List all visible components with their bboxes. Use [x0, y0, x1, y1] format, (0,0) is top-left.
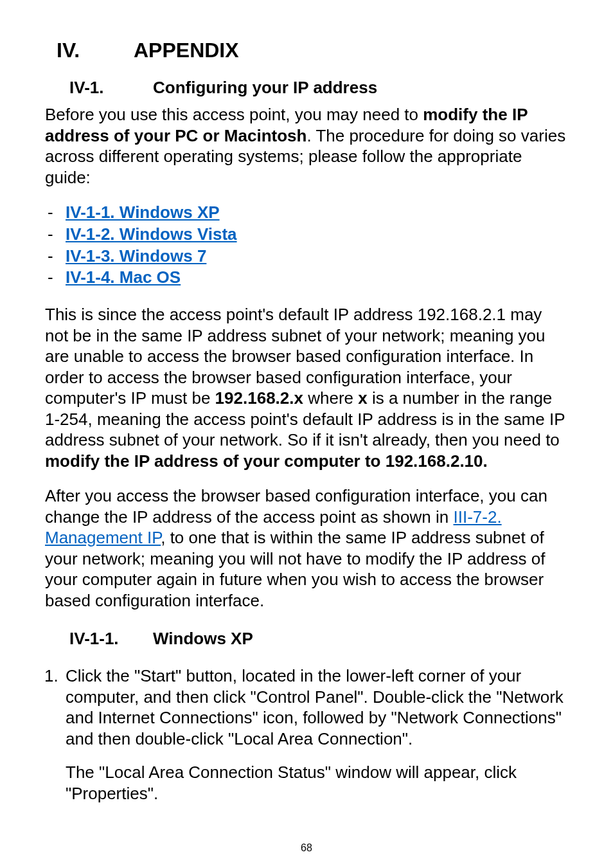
steps-list: Click the "Start" button, located in the… [45, 665, 568, 749]
link-windows-7[interactable]: IV-1-3. Windows 7 [66, 246, 206, 266]
para2-bold1: 192.168.2.x [215, 388, 303, 408]
list-item: IV-1-1. Windows XP [45, 202, 568, 224]
step-1: Click the "Start" button, located in the… [63, 665, 568, 749]
list-item: IV-1-2. Windows Vista [45, 224, 568, 246]
ip-explanation-paragraph: This is since the access point's default… [45, 304, 568, 471]
appendix-heading: IV.APPENDIX [45, 39, 568, 62]
subsection-num: IV-1-1. [69, 629, 153, 649]
link-mac-os[interactable]: IV-1-4. Mac OS [66, 267, 181, 287]
para2-bold2: x [358, 388, 367, 408]
list-item: IV-1-4. Mac OS [45, 267, 568, 289]
step-1-followup: The "Local Area Connection Status" windo… [45, 762, 568, 804]
subsection-heading: IV-1-1.Windows XP [45, 629, 568, 649]
section-heading: IV-1.Configuring your IP address [45, 78, 568, 98]
section-num: IV-1. [69, 78, 153, 98]
page-number: 68 [45, 842, 568, 854]
intro-paragraph: Before you use this access point, you ma… [45, 104, 568, 188]
heading-title: APPENDIX [134, 39, 239, 62]
intro-pre: Before you use this access point, you ma… [45, 105, 423, 124]
section-title: Configuring your IP address [153, 78, 377, 97]
para2-mid1: where [303, 388, 358, 408]
heading-roman: IV. [57, 39, 134, 62]
after-access-paragraph: After you access the browser based confi… [45, 485, 568, 611]
para2-bold3: modify the IP address of your computer t… [45, 451, 488, 471]
list-item: IV-1-3. Windows 7 [45, 246, 568, 267]
os-link-list: IV-1-1. Windows XP IV-1-2. Windows Vista… [45, 202, 568, 289]
link-windows-xp[interactable]: IV-1-1. Windows XP [66, 203, 220, 222]
subsection-title: Windows XP [153, 629, 253, 648]
link-windows-vista[interactable]: IV-1-2. Windows Vista [66, 224, 237, 244]
